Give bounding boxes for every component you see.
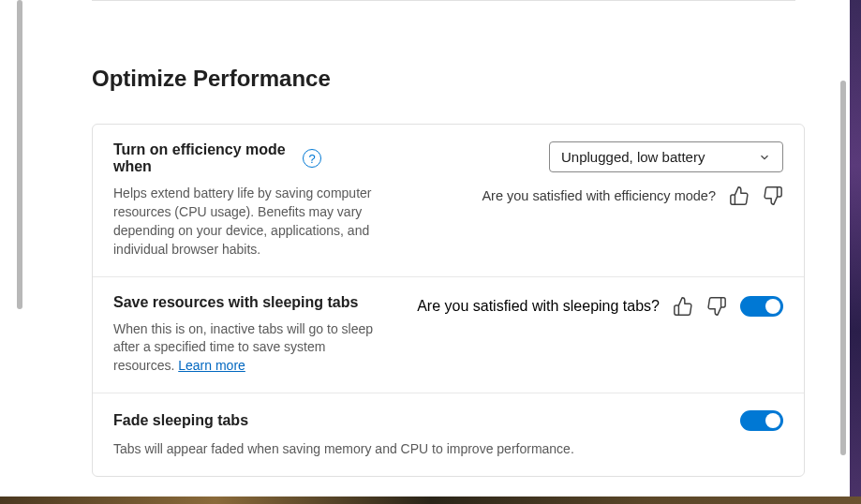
thumbs-up-icon[interactable] (673, 296, 693, 317)
sleeping-feedback-label: Are you satisfied with sleeping tabs? (417, 298, 660, 315)
thumbs-down-icon[interactable] (706, 296, 727, 317)
sleeping-tabs-row: Save resources with sleeping tabs When t… (93, 276, 804, 393)
desktop-background-bottom (0, 497, 861, 504)
toggle-knob (765, 413, 780, 428)
chevron-down-icon (758, 151, 771, 164)
inner-scrollbar[interactable] (840, 81, 846, 455)
fade-title: Fade sleeping tabs (113, 412, 248, 429)
fade-desc: Tabs will appear faded when saving memor… (113, 440, 783, 459)
fade-tabs-row: Fade sleeping tabs Tabs will appear fade… (93, 393, 804, 476)
sleeping-desc: When this is on, inactive tabs will go t… (113, 320, 380, 377)
thumbs-up-icon[interactable] (729, 185, 750, 206)
efficiency-left: Turn on efficiency mode when ? Helps ext… (113, 141, 380, 259)
fade-left: Fade sleeping tabs Tabs will appear fade… (113, 410, 783, 459)
sleeping-left: Save resources with sleeping tabs When t… (113, 294, 380, 377)
efficiency-feedback: Are you satisfied with efficiency mode? (482, 185, 783, 206)
efficiency-desc: Helps extend battery life by saving comp… (113, 185, 380, 259)
learn-more-link[interactable]: Learn more (178, 358, 245, 373)
dropdown-selected-value: Unplugged, low battery (561, 149, 705, 165)
efficiency-mode-dropdown[interactable]: Unplugged, low battery (549, 141, 783, 172)
settings-content: Optimize Performance Turn on efficiency … (0, 0, 861, 497)
sleeping-right: Are you satisfied with sleeping tabs? (380, 294, 783, 317)
efficiency-right: Unplugged, low battery Are you satisfied… (380, 141, 783, 206)
sleeping-title: Save resources with sleeping tabs (113, 294, 380, 311)
performance-card: Turn on efficiency mode when ? Helps ext… (92, 124, 805, 477)
outer-scrollbar[interactable] (17, 0, 22, 309)
section-title: Optimize Performance (92, 66, 805, 92)
thumbs-down-icon[interactable] (763, 185, 783, 206)
help-icon[interactable]: ? (303, 149, 321, 168)
sleeping-tabs-toggle[interactable] (740, 296, 783, 317)
section-divider (92, 0, 795, 1)
fade-tabs-toggle[interactable] (740, 410, 783, 431)
toggle-knob (765, 299, 780, 314)
efficiency-title: Turn on efficiency mode when (113, 141, 291, 175)
efficiency-feedback-label: Are you satisfied with efficiency mode? (482, 188, 716, 203)
efficiency-row: Turn on efficiency mode when ? Helps ext… (93, 125, 804, 276)
desktop-background-right (850, 0, 861, 497)
